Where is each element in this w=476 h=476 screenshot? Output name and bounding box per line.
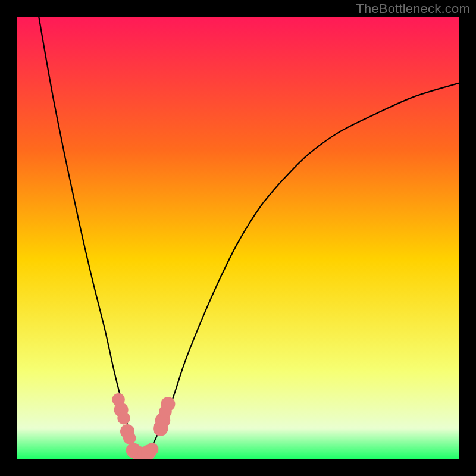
curve-marker [123,432,136,444]
chart-svg [17,17,459,459]
chart-plot-area [17,17,459,459]
curve-marker [117,412,130,424]
curve-marker [161,397,175,411]
curve-marker [146,443,158,455]
chart-frame: TheBottleneck.com [0,0,476,476]
watermark-text: TheBottleneck.com [356,1,470,17]
